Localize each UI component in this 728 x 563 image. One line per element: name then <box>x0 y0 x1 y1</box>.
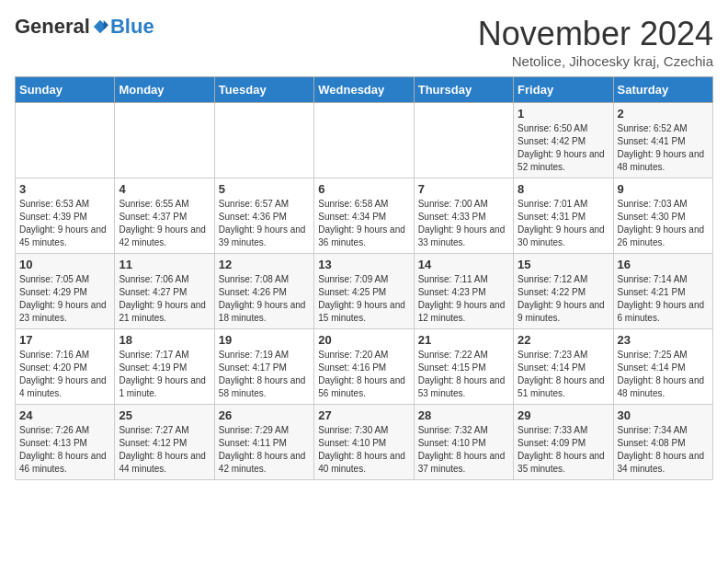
day-number: 27 <box>318 408 409 422</box>
calendar-subtitle: Netolice, Jihocesky kraj, Czechia <box>478 53 713 69</box>
calendar-cell: 7Sunrise: 7:00 AM Sunset: 4:33 PM Daylig… <box>414 178 513 254</box>
day-info: Sunrise: 7:23 AM Sunset: 4:14 PM Dayligh… <box>518 349 609 400</box>
day-number: 4 <box>119 182 210 196</box>
calendar-cell: 6Sunrise: 6:58 AM Sunset: 4:34 PM Daylig… <box>314 178 414 254</box>
day-info: Sunrise: 7:03 AM Sunset: 4:30 PM Dayligh… <box>618 198 709 249</box>
calendar-cell: 25Sunrise: 7:27 AM Sunset: 4:12 PM Dayli… <box>115 405 214 480</box>
day-info: Sunrise: 7:26 AM Sunset: 4:13 PM Dayligh… <box>19 424 110 476</box>
day-number: 2 <box>618 107 709 121</box>
calendar-cell: 29Sunrise: 7:33 AM Sunset: 4:09 PM Dayli… <box>514 405 613 480</box>
day-number: 29 <box>518 408 609 422</box>
day-info: Sunrise: 7:00 AM Sunset: 4:33 PM Dayligh… <box>418 198 509 249</box>
day-info: Sunrise: 7:20 AM Sunset: 4:16 PM Dayligh… <box>318 349 409 400</box>
header-day-monday: Monday <box>115 77 214 103</box>
day-info: Sunrise: 7:16 AM Sunset: 4:20 PM Dayligh… <box>19 349 110 400</box>
logo-icon <box>92 18 108 35</box>
calendar-cell: 1Sunrise: 6:50 AM Sunset: 4:42 PM Daylig… <box>514 103 613 178</box>
day-number: 15 <box>518 258 609 271</box>
day-number: 18 <box>119 333 210 347</box>
day-info: Sunrise: 7:27 AM Sunset: 4:12 PM Dayligh… <box>119 424 210 476</box>
day-info: Sunrise: 7:14 AM Sunset: 4:21 PM Dayligh… <box>618 273 709 325</box>
calendar-cell: 21Sunrise: 7:22 AM Sunset: 4:15 PM Dayli… <box>414 329 513 405</box>
calendar-cell <box>314 103 414 178</box>
calendar-cell: 14Sunrise: 7:11 AM Sunset: 4:23 PM Dayli… <box>414 254 513 329</box>
header-day-wednesday: Wednesday <box>314 77 414 103</box>
calendar-cell: 9Sunrise: 7:03 AM Sunset: 4:30 PM Daylig… <box>613 178 712 254</box>
svg-marker-1 <box>104 20 108 30</box>
day-number: 10 <box>19 258 110 271</box>
day-info: Sunrise: 7:11 AM Sunset: 4:23 PM Dayligh… <box>418 273 509 325</box>
day-number: 7 <box>418 182 509 196</box>
calendar-cell: 11Sunrise: 7:06 AM Sunset: 4:27 PM Dayli… <box>115 254 214 329</box>
week-row-2: 3Sunrise: 6:53 AM Sunset: 4:39 PM Daylig… <box>16 178 713 254</box>
calendar-cell: 22Sunrise: 7:23 AM Sunset: 4:14 PM Dayli… <box>514 329 613 405</box>
day-number: 21 <box>418 333 509 347</box>
title-section: November 2024 Netolice, Jihocesky kraj, … <box>478 15 713 69</box>
calendar-cell: 8Sunrise: 7:01 AM Sunset: 4:31 PM Daylig… <box>514 178 613 254</box>
day-info: Sunrise: 6:52 AM Sunset: 4:41 PM Dayligh… <box>618 122 709 174</box>
calendar-cell: 19Sunrise: 7:19 AM Sunset: 4:17 PM Dayli… <box>214 329 313 405</box>
day-number: 14 <box>418 258 509 271</box>
calendar-title: November 2024 <box>478 15 713 53</box>
logo-blue-text: Blue <box>110 15 154 39</box>
day-info: Sunrise: 7:08 AM Sunset: 4:26 PM Dayligh… <box>219 273 310 325</box>
header-day-friday: Friday <box>514 77 613 103</box>
calendar-cell: 3Sunrise: 6:53 AM Sunset: 4:39 PM Daylig… <box>16 178 115 254</box>
header-day-saturday: Saturday <box>613 77 712 103</box>
day-info: Sunrise: 7:09 AM Sunset: 4:25 PM Dayligh… <box>318 273 409 325</box>
day-number: 24 <box>19 408 110 422</box>
day-number: 3 <box>19 182 110 196</box>
calendar-cell: 27Sunrise: 7:30 AM Sunset: 4:10 PM Dayli… <box>314 405 414 480</box>
day-info: Sunrise: 6:53 AM Sunset: 4:39 PM Dayligh… <box>19 198 110 249</box>
day-info: Sunrise: 7:06 AM Sunset: 4:27 PM Dayligh… <box>119 273 210 325</box>
calendar-cell: 24Sunrise: 7:26 AM Sunset: 4:13 PM Dayli… <box>16 405 115 480</box>
calendar-cell: 5Sunrise: 6:57 AM Sunset: 4:36 PM Daylig… <box>214 178 313 254</box>
day-number: 19 <box>219 333 310 347</box>
day-info: Sunrise: 7:12 AM Sunset: 4:22 PM Dayligh… <box>518 273 609 325</box>
day-number: 8 <box>518 182 609 196</box>
day-number: 12 <box>219 258 310 271</box>
day-number: 30 <box>618 408 709 422</box>
calendar-table: SundayMondayTuesdayWednesdayThursdayFrid… <box>15 76 713 480</box>
day-number: 11 <box>119 258 210 271</box>
day-info: Sunrise: 6:50 AM Sunset: 4:42 PM Dayligh… <box>518 122 609 174</box>
day-number: 9 <box>618 182 709 196</box>
day-info: Sunrise: 7:17 AM Sunset: 4:19 PM Dayligh… <box>119 349 210 400</box>
day-number: 17 <box>19 333 110 347</box>
calendar-cell: 16Sunrise: 7:14 AM Sunset: 4:21 PM Dayli… <box>613 254 712 329</box>
day-info: Sunrise: 7:22 AM Sunset: 4:15 PM Dayligh… <box>418 349 509 400</box>
week-row-5: 24Sunrise: 7:26 AM Sunset: 4:13 PM Dayli… <box>16 405 713 480</box>
day-info: Sunrise: 7:33 AM Sunset: 4:09 PM Dayligh… <box>518 424 609 476</box>
day-number: 28 <box>418 408 509 422</box>
day-number: 13 <box>318 258 409 271</box>
calendar-cell <box>16 103 115 178</box>
day-info: Sunrise: 7:25 AM Sunset: 4:14 PM Dayligh… <box>618 349 709 400</box>
calendar-cell <box>115 103 214 178</box>
calendar-cell: 28Sunrise: 7:32 AM Sunset: 4:10 PM Dayli… <box>414 405 513 480</box>
day-info: Sunrise: 7:01 AM Sunset: 4:31 PM Dayligh… <box>518 198 609 249</box>
day-info: Sunrise: 6:58 AM Sunset: 4:34 PM Dayligh… <box>318 198 409 249</box>
calendar-cell: 17Sunrise: 7:16 AM Sunset: 4:20 PM Dayli… <box>16 329 115 405</box>
calendar-cell: 10Sunrise: 7:05 AM Sunset: 4:29 PM Dayli… <box>16 254 115 329</box>
day-info: Sunrise: 6:55 AM Sunset: 4:37 PM Dayligh… <box>119 198 210 249</box>
day-number: 20 <box>318 333 409 347</box>
calendar-cell: 13Sunrise: 7:09 AM Sunset: 4:25 PM Dayli… <box>314 254 414 329</box>
logo-general-text: General <box>15 15 90 39</box>
calendar-cell: 15Sunrise: 7:12 AM Sunset: 4:22 PM Dayli… <box>514 254 613 329</box>
calendar-cell: 30Sunrise: 7:34 AM Sunset: 4:08 PM Dayli… <box>613 405 712 480</box>
day-info: Sunrise: 7:30 AM Sunset: 4:10 PM Dayligh… <box>318 424 409 476</box>
day-info: Sunrise: 6:57 AM Sunset: 4:36 PM Dayligh… <box>219 198 310 249</box>
day-info: Sunrise: 7:32 AM Sunset: 4:10 PM Dayligh… <box>418 424 509 476</box>
day-number: 6 <box>318 182 409 196</box>
day-number: 1 <box>518 107 609 121</box>
week-row-3: 10Sunrise: 7:05 AM Sunset: 4:29 PM Dayli… <box>16 254 713 329</box>
calendar-cell: 18Sunrise: 7:17 AM Sunset: 4:19 PM Dayli… <box>115 329 214 405</box>
week-row-1: 1Sunrise: 6:50 AM Sunset: 4:42 PM Daylig… <box>16 103 713 178</box>
calendar-cell: 26Sunrise: 7:29 AM Sunset: 4:11 PM Dayli… <box>214 405 313 480</box>
calendar-cell <box>214 103 313 178</box>
calendar-cell: 12Sunrise: 7:08 AM Sunset: 4:26 PM Dayli… <box>214 254 313 329</box>
header-day-tuesday: Tuesday <box>214 77 313 103</box>
calendar-cell: 2Sunrise: 6:52 AM Sunset: 4:41 PM Daylig… <box>613 103 712 178</box>
day-number: 25 <box>119 408 210 422</box>
day-info: Sunrise: 7:34 AM Sunset: 4:08 PM Dayligh… <box>618 424 709 476</box>
